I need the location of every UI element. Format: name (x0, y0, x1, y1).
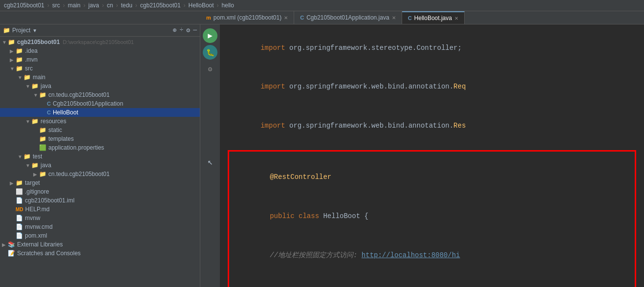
xml-icon: 📄 (16, 232, 23, 239)
gear-icon[interactable]: ⚙ (186, 26, 190, 34)
tree-label: Cgb2105boot01Application (53, 100, 123, 107)
breadcrumb-item[interactable]: java (88, 2, 99, 9)
settings-button[interactable]: ⚙ (203, 62, 217, 76)
tab-hello[interactable]: C HelloBoot.java ✕ (402, 11, 465, 24)
tree-label: main (33, 74, 45, 81)
tree-arrow: ▼ (10, 66, 16, 71)
tree-item-resources[interactable]: ▼ 📁 resources (0, 117, 200, 126)
tree-item-templates[interactable]: ▶ 📁 templates (0, 134, 200, 143)
folder-icon: 📁 (31, 83, 39, 89)
tree-item-helloboot[interactable]: ▶ C HelloBoot (0, 108, 200, 117)
tree-item-gitignore[interactable]: ▶ ⬜ .gitignore (0, 187, 200, 196)
folder-icon: 📁 (16, 56, 23, 63)
debug-button[interactable]: 🐛 (203, 45, 217, 60)
sidebar-title: 📁 Project ▼ (3, 27, 37, 34)
tab-hello-close[interactable]: ✕ (454, 16, 458, 21)
folder-icon: 📁 (39, 171, 46, 177)
minimize-icon[interactable]: — (193, 26, 197, 34)
folder-icon: 📁 (16, 47, 23, 54)
tree-label: target (25, 179, 40, 186)
breadcrumb-item[interactable]: src (52, 2, 60, 9)
scratch-icon: 📝 (8, 250, 15, 257)
tree-label: test (33, 153, 42, 160)
tree-label: External Libraries (17, 241, 63, 248)
tab-pom-label: pom.xml (cgb2105boot01) (214, 14, 281, 21)
tree-item-iml[interactable]: ▶ 📄 cgb2105boot01.iml (0, 196, 200, 205)
tree-item-testjava[interactable]: ▼ 📁 java (0, 161, 200, 170)
project-icon: 📁 (3, 27, 10, 34)
run-icon: ▶ (208, 31, 213, 41)
code-editor[interactable]: import org.springframework.stereotype.Co… (220, 24, 644, 287)
folder-icon: 📁 (23, 74, 31, 81)
tree-item-test[interactable]: ▼ 📁 test (0, 152, 200, 161)
tab-pom[interactable]: m pom.xml (cgb2105boot01) ✕ (200, 11, 294, 24)
folder-icon: 📁 (39, 127, 46, 133)
file-tree: ▼ 📁 cgb2105boot01 D:\workspace\cgb2105bo… (0, 37, 200, 259)
chevron-down-icon: ▼ (32, 28, 37, 33)
tree-item-helpmd[interactable]: ▶ MD HELP.md (0, 205, 200, 214)
tree-label: Scratches and Consoles (17, 250, 81, 257)
tree-label: pom.xml (25, 232, 47, 239)
tree-label: application.properties (48, 144, 104, 151)
tab-app[interactable]: C Cgb2105boot01Application.java ✕ (294, 11, 402, 24)
tree-arrow: ▶ (2, 242, 8, 247)
tree-arrow: ▼ (2, 40, 8, 45)
tree-arrow: ▶ (10, 180, 16, 186)
tree-label: cn.tedu.cgb2105boot01 (48, 171, 109, 177)
tree-label: HelloBoot (53, 109, 78, 116)
tree-item-target[interactable]: ▶ 📁 target (0, 178, 200, 187)
breadcrumb-item[interactable]: cn (107, 2, 113, 9)
folder-icon: 📁 (39, 135, 46, 142)
tab-pom-close[interactable]: ✕ (284, 15, 288, 21)
breadcrumb-item[interactable]: HelloBoot (189, 2, 214, 9)
tree-item-appclass[interactable]: ▶ C Cgb2105boot01Application (0, 99, 200, 108)
tree-label: static (48, 127, 62, 133)
breadcrumb-item[interactable]: main (68, 2, 81, 9)
tab-app-icon: C (300, 15, 304, 21)
folder-icon: 📁 (16, 179, 23, 186)
tree-arrow: ▼ (25, 163, 31, 168)
tree-item-main[interactable]: ▼ 📁 main (0, 73, 200, 82)
split-icon[interactable]: ÷ (180, 26, 184, 34)
main-area: 📁 Project ▼ ⊕ ÷ ⚙ — ▼ 📁 cgb2105boot01 D:… (0, 24, 644, 287)
folder-icon: 📁 (31, 162, 39, 169)
tree-label: mvnw.cmd (25, 223, 53, 230)
breadcrumb-item[interactable]: hello (222, 2, 234, 9)
breadcrumb-item[interactable]: cgb2105boot01 (140, 2, 181, 9)
tree-item-scratches[interactable]: ▶ 📝 Scratches and Consoles (0, 249, 200, 258)
tree-item-mvn[interactable]: ▶ 📁 .mvn (0, 55, 200, 64)
tree-arrow: ▼ (25, 119, 31, 124)
tree-item-static[interactable]: ▶ 📁 static (0, 126, 200, 134)
breadcrumb-item[interactable]: tedu (121, 2, 132, 9)
tree-item-appprops[interactable]: ▶ 🟩 application.properties (0, 143, 200, 152)
tab-app-label: Cgb2105boot01Application.java (306, 14, 389, 21)
tree-label: cgb2105boot01 (17, 39, 60, 45)
tree-item-java[interactable]: ▼ 📁 java (0, 82, 200, 90)
java-icon: C (47, 101, 51, 107)
settings-icon: ⚙ (208, 65, 212, 73)
sidebar-header: 📁 Project ▼ ⊕ ÷ ⚙ — (0, 24, 200, 37)
tree-arrow: ▼ (18, 75, 23, 80)
cursor-arrow: ↖ (208, 156, 213, 167)
tree-item-package[interactable]: ▼ 📁 cn.tedu.cgb2105boot01 (0, 90, 200, 99)
tree-item-mvnw[interactable]: ▶ 📄 mvnw (0, 214, 200, 222)
props-icon: 🟩 (39, 144, 46, 151)
tree-item-src[interactable]: ▼ 📁 src (0, 64, 200, 73)
debug-icon: 🐛 (206, 48, 215, 57)
tree-label: cn.tedu.cgb2105boot01 (48, 91, 109, 98)
tree-item-mvnwcmd[interactable]: ▶ 📄 mvnw.cmd (0, 222, 200, 231)
tree-item-idea[interactable]: ▶ 📁 .idea (0, 46, 200, 55)
breadcrumb-item[interactable]: cgb2105boot01 (4, 2, 44, 9)
add-icon[interactable]: ⊕ (173, 26, 177, 34)
tab-app-close[interactable]: ✕ (392, 15, 396, 21)
tree-arrow: ▼ (18, 154, 23, 159)
tree-item-extlibs[interactable]: ▶ 📚 External Libraries (0, 240, 200, 249)
tree-item-pomxml[interactable]: ▶ 📄 pom.xml (0, 231, 200, 240)
run-button[interactable]: ▶ (203, 28, 217, 43)
tree-item-testpackage[interactable]: ▶ 📁 cn.tedu.cgb2105boot01 (0, 170, 200, 178)
tab-hello-label: HelloBoot.java (414, 15, 452, 22)
sidebar: 📁 Project ▼ ⊕ ÷ ⚙ — ▼ 📁 cgb2105boot01 D:… (0, 24, 200, 287)
tree-arrow: ▶ (33, 172, 39, 177)
sidebar-actions: ⊕ ÷ ⚙ — (173, 26, 197, 34)
tree-item-root[interactable]: ▼ 📁 cgb2105boot01 D:\workspace\cgb2105bo… (0, 38, 200, 46)
